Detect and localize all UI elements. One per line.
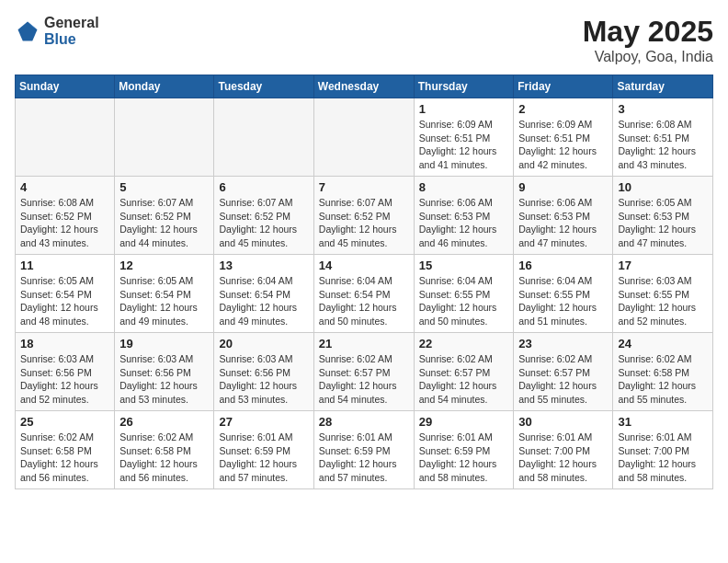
day-number: 30 — [518, 415, 608, 429]
column-header-wednesday: Wednesday — [313, 75, 414, 98]
day-info: Sunrise: 6:02 AMSunset: 6:58 PMDaylight:… — [618, 352, 708, 407]
day-number: 25 — [20, 415, 109, 429]
day-cell: 28Sunrise: 6:01 AMSunset: 6:59 PMDayligh… — [313, 411, 414, 489]
day-number: 22 — [419, 337, 509, 350]
day-info: Sunrise: 6:08 AMSunset: 6:51 PMDaylight:… — [618, 118, 708, 172]
day-info: Sunrise: 6:02 AMSunset: 6:58 PMDaylight:… — [119, 431, 209, 485]
day-number: 17 — [618, 259, 708, 272]
day-number: 3 — [618, 102, 708, 116]
day-info: Sunrise: 6:04 AMSunset: 6:55 PMDaylight:… — [419, 274, 509, 328]
day-info: Sunrise: 6:01 AMSunset: 7:00 PMDaylight:… — [518, 431, 608, 485]
day-number: 23 — [518, 337, 608, 350]
day-cell: 2Sunrise: 6:09 AMSunset: 6:51 PMDaylight… — [514, 98, 613, 177]
week-row-2: 4Sunrise: 6:08 AMSunset: 6:52 PMDaylight… — [16, 177, 713, 255]
day-info: Sunrise: 6:02 AMSunset: 6:57 PMDaylight:… — [419, 352, 509, 407]
day-number: 20 — [219, 337, 308, 350]
day-number: 31 — [618, 415, 708, 429]
day-info: Sunrise: 6:01 AMSunset: 6:59 PMDaylight:… — [419, 431, 509, 485]
day-cell — [16, 98, 115, 177]
day-number: 4 — [20, 180, 109, 194]
day-number: 18 — [20, 337, 109, 350]
day-info: Sunrise: 6:06 AMSunset: 6:53 PMDaylight:… — [419, 196, 509, 250]
week-row-3: 11Sunrise: 6:05 AMSunset: 6:54 PMDayligh… — [16, 255, 713, 333]
day-cell: 8Sunrise: 6:06 AMSunset: 6:53 PMDaylight… — [414, 177, 514, 255]
day-cell: 16Sunrise: 6:04 AMSunset: 6:55 PMDayligh… — [514, 255, 613, 333]
logo-text: General Blue — [44, 15, 99, 47]
day-number: 26 — [119, 415, 209, 429]
day-cell: 11Sunrise: 6:05 AMSunset: 6:54 PMDayligh… — [16, 255, 115, 333]
day-info: Sunrise: 6:03 AMSunset: 6:55 PMDaylight:… — [618, 274, 708, 328]
logo: General Blue — [15, 15, 99, 47]
title-block: May 2025 Valpoy, Goa, India — [583, 15, 713, 65]
day-cell: 1Sunrise: 6:09 AMSunset: 6:51 PMDaylight… — [414, 98, 514, 177]
day-cell: 23Sunrise: 6:02 AMSunset: 6:57 PMDayligh… — [514, 333, 613, 411]
day-info: Sunrise: 6:05 AMSunset: 6:54 PMDaylight:… — [20, 274, 109, 328]
logo-general: General — [44, 15, 99, 31]
day-info: Sunrise: 6:03 AMSunset: 6:56 PMDaylight:… — [119, 352, 209, 407]
day-cell: 29Sunrise: 6:01 AMSunset: 6:59 PMDayligh… — [414, 411, 514, 489]
day-cell: 5Sunrise: 6:07 AMSunset: 6:52 PMDaylight… — [115, 177, 214, 255]
day-info: Sunrise: 6:09 AMSunset: 6:51 PMDaylight:… — [518, 118, 608, 172]
day-number: 19 — [119, 337, 209, 350]
day-info: Sunrise: 6:05 AMSunset: 6:53 PMDaylight:… — [618, 196, 708, 250]
day-info: Sunrise: 6:09 AMSunset: 6:51 PMDaylight:… — [419, 118, 509, 172]
day-cell: 30Sunrise: 6:01 AMSunset: 7:00 PMDayligh… — [514, 411, 613, 489]
page-header: General Blue May 2025 Valpoy, Goa, India — [15, 15, 713, 65]
day-number: 1 — [419, 102, 509, 116]
day-number: 9 — [518, 180, 608, 194]
day-info: Sunrise: 6:07 AMSunset: 6:52 PMDaylight:… — [119, 196, 209, 250]
day-cell — [214, 98, 313, 177]
day-cell — [115, 98, 214, 177]
day-info: Sunrise: 6:04 AMSunset: 6:55 PMDaylight:… — [518, 274, 608, 328]
column-header-sunday: Sunday — [16, 75, 115, 98]
day-cell: 3Sunrise: 6:08 AMSunset: 6:51 PMDaylight… — [613, 98, 713, 177]
day-number: 12 — [119, 259, 209, 272]
day-info: Sunrise: 6:07 AMSunset: 6:52 PMDaylight:… — [219, 196, 308, 250]
day-number: 5 — [119, 180, 209, 194]
day-cell — [313, 98, 414, 177]
logo-icon — [15, 18, 40, 44]
day-cell: 7Sunrise: 6:07 AMSunset: 6:52 PMDaylight… — [313, 177, 414, 255]
day-cell: 13Sunrise: 6:04 AMSunset: 6:54 PMDayligh… — [214, 255, 313, 333]
day-info: Sunrise: 6:02 AMSunset: 6:57 PMDaylight:… — [518, 352, 608, 407]
day-info: Sunrise: 6:02 AMSunset: 6:58 PMDaylight:… — [20, 431, 109, 485]
day-number: 21 — [319, 337, 409, 350]
day-cell: 22Sunrise: 6:02 AMSunset: 6:57 PMDayligh… — [414, 333, 514, 411]
column-header-tuesday: Tuesday — [214, 75, 313, 98]
day-cell: 10Sunrise: 6:05 AMSunset: 6:53 PMDayligh… — [613, 177, 713, 255]
day-cell: 26Sunrise: 6:02 AMSunset: 6:58 PMDayligh… — [115, 411, 214, 489]
day-cell: 9Sunrise: 6:06 AMSunset: 6:53 PMDaylight… — [514, 177, 613, 255]
day-cell: 12Sunrise: 6:05 AMSunset: 6:54 PMDayligh… — [115, 255, 214, 333]
day-cell: 6Sunrise: 6:07 AMSunset: 6:52 PMDaylight… — [214, 177, 313, 255]
week-row-5: 25Sunrise: 6:02 AMSunset: 6:58 PMDayligh… — [16, 411, 713, 489]
day-number: 14 — [319, 259, 409, 272]
day-info: Sunrise: 6:08 AMSunset: 6:52 PMDaylight:… — [20, 196, 109, 250]
day-number: 2 — [518, 102, 608, 116]
day-cell: 17Sunrise: 6:03 AMSunset: 6:55 PMDayligh… — [613, 255, 713, 333]
day-number: 29 — [419, 415, 509, 429]
month-year: May 2025 — [583, 15, 713, 49]
day-info: Sunrise: 6:01 AMSunset: 6:59 PMDaylight:… — [319, 431, 409, 485]
day-cell: 15Sunrise: 6:04 AMSunset: 6:55 PMDayligh… — [414, 255, 514, 333]
day-number: 11 — [20, 259, 109, 272]
day-cell: 27Sunrise: 6:01 AMSunset: 6:59 PMDayligh… — [214, 411, 313, 489]
week-row-4: 18Sunrise: 6:03 AMSunset: 6:56 PMDayligh… — [16, 333, 713, 411]
day-cell: 21Sunrise: 6:02 AMSunset: 6:57 PMDayligh… — [313, 333, 414, 411]
day-cell: 31Sunrise: 6:01 AMSunset: 7:00 PMDayligh… — [613, 411, 713, 489]
logo-blue: Blue — [44, 31, 99, 48]
column-header-friday: Friday — [514, 75, 613, 98]
day-number: 6 — [219, 180, 308, 194]
day-cell: 14Sunrise: 6:04 AMSunset: 6:54 PMDayligh… — [313, 255, 414, 333]
day-number: 24 — [618, 337, 708, 350]
svg-marker-0 — [18, 21, 38, 40]
calendar-body: 1Sunrise: 6:09 AMSunset: 6:51 PMDaylight… — [16, 98, 713, 489]
day-cell: 25Sunrise: 6:02 AMSunset: 6:58 PMDayligh… — [16, 411, 115, 489]
day-info: Sunrise: 6:03 AMSunset: 6:56 PMDaylight:… — [20, 352, 109, 407]
day-number: 27 — [219, 415, 308, 429]
day-info: Sunrise: 6:07 AMSunset: 6:52 PMDaylight:… — [319, 196, 409, 250]
column-header-thursday: Thursday — [414, 75, 514, 98]
day-info: Sunrise: 6:04 AMSunset: 6:54 PMDaylight:… — [219, 274, 308, 328]
day-number: 7 — [319, 180, 409, 194]
day-info: Sunrise: 6:06 AMSunset: 6:53 PMDaylight:… — [518, 196, 608, 250]
week-row-1: 1Sunrise: 6:09 AMSunset: 6:51 PMDaylight… — [16, 98, 713, 177]
